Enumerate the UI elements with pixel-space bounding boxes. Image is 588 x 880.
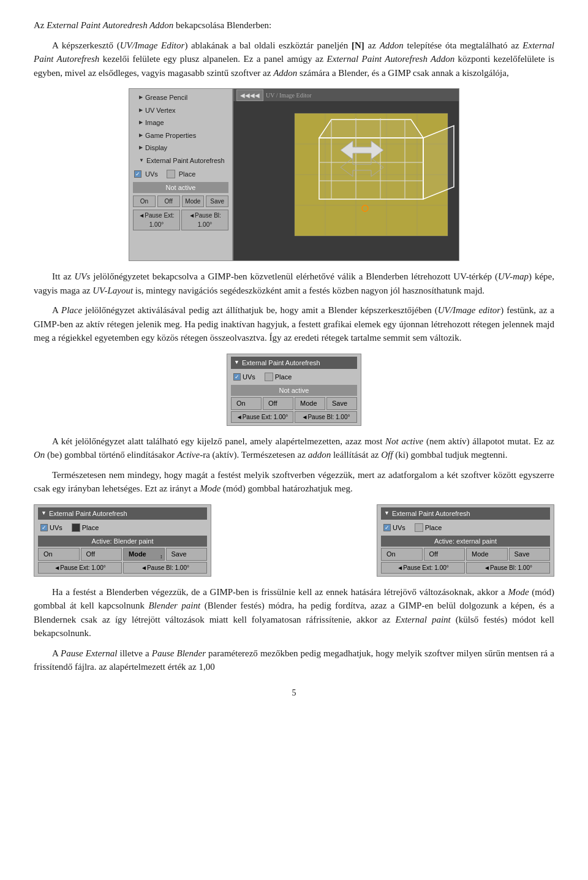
uv-arrow-btn1[interactable]: ◀◀◀◀ xyxy=(236,89,263,101)
paragraph-2: A képszerkesztő (UV/Image Editor) ablaká… xyxy=(34,39,554,80)
action-buttons: On Off Mode Save xyxy=(129,194,232,208)
rb-place-checkbox[interactable] xyxy=(415,523,423,532)
svg-marker-12 xyxy=(319,119,423,138)
grease-pencil-item: ▶ Grease Pencil xyxy=(129,91,232,104)
mid-mode-btn[interactable]: Mode xyxy=(295,397,325,410)
mid-on-btn[interactable]: On xyxy=(231,397,262,410)
mid-pause-bl[interactable]: ◄Pause Bl: 1.00° xyxy=(295,411,357,423)
rb-status: Active: external paint xyxy=(381,536,550,547)
lb-off-btn[interactable]: Off xyxy=(81,548,123,561)
mid-pause-buttons: ◄Pause Ext: 1.00° ◄Pause Bl: 1.00° xyxy=(231,411,357,423)
mid-save-btn[interactable]: Save xyxy=(326,397,357,410)
lb-on-btn[interactable]: On xyxy=(38,548,80,561)
paragraph-3: Itt az UVs jelölőnégyzetet bekapcsolva a… xyxy=(34,270,554,297)
blender-screenshot: ▶ Grease Pencil ▶ UV Vertex ▶ Image ▶ Ga… xyxy=(34,88,554,261)
rb-on-btn[interactable]: On xyxy=(381,548,423,561)
rb-save-btn[interactable]: Save xyxy=(509,548,551,561)
paragraph-8: A Pause External illetve a Pause Blender… xyxy=(34,647,554,674)
pause-buttons: ◄Pause Ext: 1.00° ◄Pause Bl: 1.00° xyxy=(129,208,232,232)
pause-ext-button[interactable]: ◄Pause Ext: 1.00° xyxy=(133,210,180,230)
page-number: 5 xyxy=(34,686,554,699)
lb-save-btn[interactable]: Save xyxy=(166,548,208,561)
right-bottom-panel: ▼ External Paint Autorefresh ✓ UVs Place… xyxy=(377,504,554,577)
rb-action-buttons: On Off Mode Save xyxy=(381,548,550,561)
paragraph-4: A Place jelölőnégyzet aktiválásával pedi… xyxy=(34,303,554,345)
paragraph-6: Természetesen nem mindegy, hogy magát a … xyxy=(34,468,554,496)
pause-bl-button[interactable]: ◄Pause Bl: 1.00° xyxy=(181,210,228,230)
lb-place-checkbox[interactable] xyxy=(72,523,80,532)
lb-action-buttons: On Off Mode↕ Save xyxy=(38,548,207,561)
uv-editor: ◀◀◀◀ UV / Image Editor xyxy=(233,88,459,261)
lb-pause-buttons: ◄Pause Ext: 1.00° ◄Pause Bl: 1.00° xyxy=(38,562,207,574)
lb-status: Active: Blender paint xyxy=(38,536,207,547)
mid-pause-ext[interactable]: ◄Pause Ext: 1.00° xyxy=(231,411,293,423)
lb-pause-bl[interactable]: ◄Pause Bl: 1.00° xyxy=(123,562,207,574)
ext-paint-item: ▼ External Paint Autorefresh xyxy=(129,154,232,167)
save-button[interactable]: Save xyxy=(206,195,228,207)
mid-status: Not active xyxy=(231,385,357,396)
uvs-checkbox[interactable]: ✓ xyxy=(134,170,141,178)
uv-grid-svg xyxy=(233,101,459,260)
uv-vertex-item: ▶ UV Vertex xyxy=(129,104,232,117)
rb-pause-buttons: ◄Pause Ext: 1.00° ◄Pause Bl: 1.00° xyxy=(381,562,550,574)
rb-pause-ext[interactable]: ◄Pause Ext: 1.00° xyxy=(381,562,465,574)
place-checkbox[interactable] xyxy=(167,170,175,178)
rb-mode-btn[interactable]: Mode xyxy=(466,548,508,561)
rb-uvs-checkbox[interactable]: ✓ xyxy=(383,524,391,531)
mid-action-buttons: On Off Mode Save xyxy=(231,397,357,410)
rb-pause-bl[interactable]: ◄Pause Bl: 1.00° xyxy=(466,562,550,574)
on-button[interactable]: On xyxy=(133,195,156,207)
mid-off-btn[interactable]: Off xyxy=(263,397,293,410)
game-properties-item: ▶ Game Properties xyxy=(129,129,232,142)
display-item: ▶ Display xyxy=(129,142,232,154)
paragraph-1: Az External Paint Autoredresh Addon beka… xyxy=(34,18,554,32)
rb-off-btn[interactable]: Off xyxy=(424,548,466,561)
paragraph-5: A két jelölőnégyzet alatt található egy … xyxy=(34,434,554,462)
svg-marker-14 xyxy=(423,126,454,199)
status-label: Not active xyxy=(133,182,228,194)
lb-uvs-checkbox[interactable]: ✓ xyxy=(40,524,48,531)
mid-place-checkbox[interactable] xyxy=(265,373,273,381)
bottom-panels-container: ▼ External Paint Autorefresh ✓ UVs Place… xyxy=(34,504,554,577)
lb-mode-btn[interactable]: Mode↕ xyxy=(123,548,165,561)
lb-pause-ext[interactable]: ◄Pause Ext: 1.00° xyxy=(38,562,122,574)
mid-uvs-checkbox[interactable]: ✓ xyxy=(233,373,241,381)
off-button[interactable]: Off xyxy=(157,195,180,207)
mode-button[interactable]: Mode xyxy=(182,195,205,207)
image-item: ▶ Image xyxy=(129,116,232,129)
middle-panel-container: ▼ External Paint Autorefresh ✓ UVs Place… xyxy=(34,354,554,426)
middle-blender-panel: ▼ External Paint Autorefresh ✓ UVs Place… xyxy=(227,354,361,426)
paragraph-7: Ha a festést a Blenderben végezzük, de a… xyxy=(34,585,554,640)
left-bottom-panel: ▼ External Paint Autorefresh ✓ UVs Place… xyxy=(34,504,211,577)
